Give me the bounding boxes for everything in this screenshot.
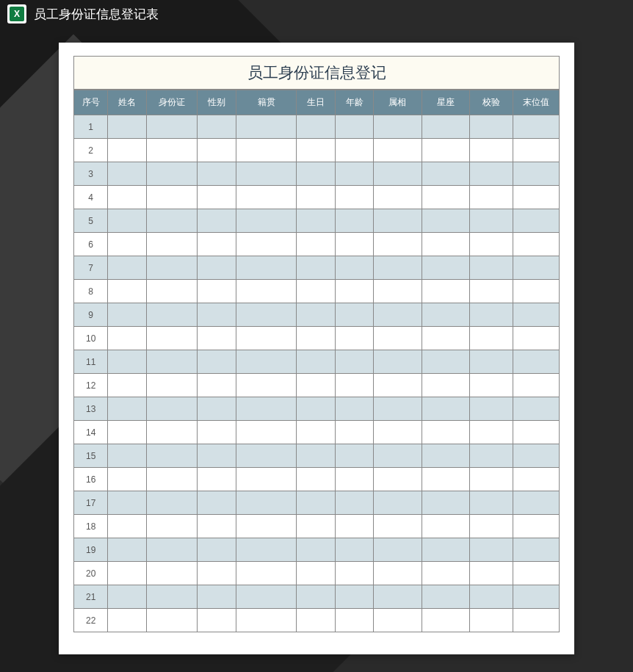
cell-empty [422, 515, 469, 538]
document-title: 员工身份证信息登记 [73, 56, 560, 90]
cell-empty [422, 562, 469, 585]
cell-empty [236, 139, 297, 162]
cell-empty [146, 280, 197, 303]
cell-empty [198, 280, 236, 303]
cell-empty [469, 421, 513, 444]
cell-empty [335, 585, 374, 609]
cell-empty [513, 186, 559, 209]
table-row: 6 [74, 233, 560, 256]
cell-empty [108, 397, 147, 421]
cell-empty [469, 303, 513, 327]
cell-empty [108, 209, 147, 233]
cell-empty [146, 186, 197, 209]
cell-empty [108, 374, 147, 397]
cell-empty [297, 609, 336, 632]
cell-empty [108, 421, 147, 444]
cell-empty [374, 444, 422, 468]
cell-empty [297, 515, 336, 538]
cell-empty [198, 162, 236, 186]
cell-empty [297, 233, 336, 256]
table-row: 11 [74, 350, 560, 374]
cell-empty [422, 491, 469, 515]
cell-empty [236, 538, 297, 562]
cell-empty [335, 515, 374, 538]
cell-empty [146, 233, 197, 256]
cell-empty [146, 585, 197, 609]
cell-empty [374, 280, 422, 303]
cell-empty [513, 468, 559, 491]
cell-empty [297, 139, 336, 162]
cell-empty [374, 139, 422, 162]
cell-empty [108, 609, 147, 632]
cell-empty [146, 350, 197, 374]
cell-empty [513, 233, 559, 256]
cell-empty [198, 186, 236, 209]
cell-empty [513, 444, 559, 468]
cell-seq: 4 [74, 186, 108, 209]
cell-empty [108, 186, 147, 209]
col-header-star: 星座 [422, 90, 469, 115]
cell-empty [146, 421, 197, 444]
cell-empty [374, 209, 422, 233]
cell-empty [297, 562, 336, 585]
cell-empty [469, 256, 513, 280]
cell-empty [236, 609, 297, 632]
cell-empty [108, 327, 147, 350]
cell-empty [236, 468, 297, 491]
cell-empty [108, 444, 147, 468]
cell-seq: 16 [74, 468, 108, 491]
cell-empty [146, 397, 197, 421]
excel-icon-letter: X [10, 7, 24, 21]
cell-empty [335, 491, 374, 515]
cell-empty [469, 115, 513, 139]
cell-empty [513, 538, 559, 562]
table-row: 2 [74, 139, 560, 162]
cell-empty [374, 397, 422, 421]
cell-empty [335, 327, 374, 350]
table-row: 1 [74, 115, 560, 139]
cell-empty [422, 209, 469, 233]
cell-empty [108, 162, 147, 186]
cell-empty [422, 538, 469, 562]
cell-empty [236, 186, 297, 209]
cell-empty [374, 515, 422, 538]
table-row: 17 [74, 491, 560, 515]
cell-empty [374, 468, 422, 491]
cell-empty [335, 139, 374, 162]
cell-empty [198, 585, 236, 609]
cell-empty [422, 162, 469, 186]
cell-empty [374, 303, 422, 327]
cell-empty [422, 468, 469, 491]
cell-empty [513, 327, 559, 350]
cell-seq: 10 [74, 327, 108, 350]
table-row: 22 [74, 609, 560, 632]
col-header-name: 姓名 [108, 90, 147, 115]
cell-empty [108, 256, 147, 280]
cell-empty [513, 515, 559, 538]
cell-empty [198, 397, 236, 421]
cell-empty [146, 515, 197, 538]
page-header: X 员工身份证信息登记表 [0, 0, 633, 28]
cell-empty [198, 139, 236, 162]
cell-seq: 7 [74, 256, 108, 280]
cell-empty [422, 186, 469, 209]
cell-seq: 22 [74, 609, 108, 632]
cell-empty [236, 115, 297, 139]
col-header-check: 校验 [469, 90, 513, 115]
cell-empty [198, 421, 236, 444]
cell-empty [335, 256, 374, 280]
cell-empty [374, 609, 422, 632]
cell-empty [297, 186, 336, 209]
col-header-age: 年龄 [335, 90, 374, 115]
cell-empty [335, 233, 374, 256]
cell-empty [422, 256, 469, 280]
cell-empty [422, 303, 469, 327]
cell-empty [469, 327, 513, 350]
cell-empty [108, 538, 147, 562]
cell-empty [513, 562, 559, 585]
cell-empty [513, 256, 559, 280]
cell-empty [297, 421, 336, 444]
cell-empty [422, 585, 469, 609]
cell-empty [513, 397, 559, 421]
cell-empty [297, 444, 336, 468]
